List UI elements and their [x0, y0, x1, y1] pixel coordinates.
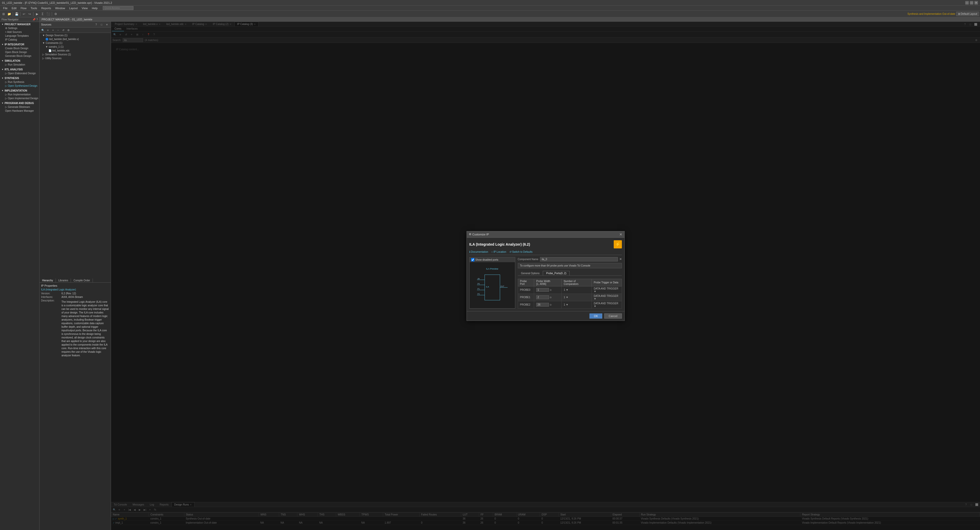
nav-section-header-debug[interactable]: ▼ PROGRAM AND DEBUG [0, 101, 39, 105]
pin-icon[interactable]: 📌 [32, 18, 35, 21]
nav-section-program-debug: ▼ PROGRAM AND DEBUG ▷ Generate Bitstream… [0, 101, 39, 113]
tree-constrs-1[interactable]: ▼ constrs_1 (1) [40, 45, 111, 49]
nav-item-run-implementation[interactable]: ▷ Run Implementation [0, 92, 39, 96]
nav-item-open-elaborated-design[interactable]: ▷ Open Elaborated Design [0, 72, 39, 75]
nav-section-header-simulation[interactable]: ▼ SIMULATION [0, 59, 39, 63]
add-source-button[interactable]: + [51, 28, 55, 32]
help-icon[interactable]: ? [36, 18, 38, 21]
nav-item-run-synthesis[interactable]: ▷ Run Synthesis [0, 80, 39, 84]
nav-item-settings[interactable]: ⚙ Settings [0, 26, 39, 30]
probe1-width-spin[interactable]: ⊙ [550, 296, 552, 299]
refresh-button[interactable]: ↺ [61, 28, 65, 32]
probe1-width-input[interactable] [536, 295, 549, 299]
col-probe-trigger: Probe Trigger or Data [592, 279, 622, 286]
show-disabled-ports-checkbox[interactable] [471, 258, 474, 261]
tb-redo[interactable]: ↪ [27, 11, 32, 17]
dialog-nav-switch-defaults[interactable]: ↺ Switch to Defaults [509, 250, 533, 253]
menu-flow[interactable]: Flow [19, 6, 29, 10]
filter-button[interactable]: ≡ [46, 28, 50, 32]
menu-view[interactable]: View [80, 6, 90, 10]
tree-xdc[interactable]: 📄 led_twinkle.xdc [40, 49, 111, 53]
nav-item-open-implemented-design[interactable]: ▷ Open Implemented Design [0, 96, 39, 100]
component-name-input[interactable] [540, 257, 618, 261]
maximize-button[interactable]: □ [970, 1, 974, 5]
menu-edit[interactable]: Edit [10, 6, 19, 10]
menu-help[interactable]: Help [90, 6, 100, 10]
nav-section-header-synthesis[interactable]: ▼ SYNTHESIS [0, 76, 39, 80]
dialog-nav-documentation[interactable]: ℹ Documentation [469, 250, 488, 253]
nav-item-open-block-design[interactable]: Open Block Design [0, 50, 39, 54]
ip-description-value: The Integrated Logic Analyzer (ILA) core… [62, 300, 109, 357]
settings-btn[interactable]: ⚙ [66, 28, 71, 32]
nav-section-header-project-manager[interactable]: ▼ PROJECT MANAGER [0, 22, 39, 26]
nav-item-language-templates[interactable]: Language Templates [0, 34, 39, 38]
section-label-sim: SIMULATION [5, 59, 20, 62]
menu-window[interactable]: Window [53, 6, 67, 10]
ip-interfaces-value: AXI4, AXI4-Stream [62, 296, 109, 298]
dialog-close-button[interactable]: ✕ [619, 232, 622, 236]
tree-constraints[interactable]: ▼ Constraints (1) [40, 41, 111, 45]
tb-compile[interactable]: Σ [40, 11, 45, 17]
nav-item-generate-bitstream[interactable]: ▷ Generate Bitstream [0, 105, 39, 109]
probe0-width-spin[interactable]: ⊙ [550, 289, 552, 291]
tab-compile-order[interactable]: Compile Order [71, 279, 93, 282]
nav-item-ip-catalog[interactable]: IP Catalog [0, 38, 39, 41]
tree-design-sources[interactable]: ▼ Design Sources (1) [40, 33, 111, 37]
col-num-comparators: Number of Comparators [562, 279, 592, 286]
tb-settings[interactable]: ⚙ [53, 11, 58, 17]
tb-run[interactable]: ▶ [35, 11, 40, 17]
probe2-width-input[interactable] [536, 303, 549, 307]
close-button[interactable]: ✕ [974, 1, 978, 5]
tb-save[interactable]: 💾 [14, 11, 19, 17]
nav-item-create-block-design[interactable]: Create Block Design [0, 46, 39, 50]
ok-button[interactable]: OK [589, 314, 602, 318]
nav-item-add-sources[interactable]: + Add Sources [0, 30, 39, 34]
nav-item-open-hardware-manager[interactable]: Open Hardware Manager [0, 109, 39, 113]
ip-version-value: 6.2 (Rev. 12) [62, 292, 109, 295]
quick-access-search[interactable] [103, 6, 134, 10]
window-controls: ─ □ ✕ [965, 1, 978, 5]
probe2-width-spin[interactable]: ⊙ [550, 304, 552, 306]
tb-open[interactable]: 📁 [6, 11, 12, 17]
menu-file[interactable]: File [1, 6, 10, 10]
tb-new[interactable]: ⊞ [1, 11, 6, 17]
flow-navigator-header: Flow Navigator 📌 ? [0, 18, 39, 22]
tab-libraries[interactable]: Libraries [56, 279, 71, 282]
tree-label: Simulation Sources (1) [45, 53, 71, 56]
menu-reports[interactable]: Reports [39, 6, 53, 10]
sources-close-button[interactable]: ✕ [105, 22, 109, 27]
nav-section-header-ip-integrator[interactable]: ▼ IP INTEGRATOR [0, 42, 39, 46]
tree-utility-sources[interactable]: ▷ Utility Sources [40, 56, 111, 60]
section-label-ip: IP INTEGRATOR [5, 43, 24, 46]
sources-settings-button[interactable]: □ [99, 22, 104, 27]
ip-props-title: IP Properties [41, 284, 109, 287]
nav-section-header-impl[interactable]: ▼ IMPLEMENTATION [0, 88, 39, 92]
tree-label: Utility Sources [45, 57, 62, 60]
nav-item-open-synthesized-design[interactable]: ▷ Open Synthesized Design [0, 84, 39, 88]
remove-source-button[interactable]: − [56, 28, 60, 32]
component-name-clear-button[interactable]: ✕ [619, 257, 622, 261]
nav-item-generate-block-design[interactable]: Generate Block Design [0, 54, 39, 58]
tree-led-twinkle-v[interactable]: 🔵 led_twinkle (led_twinkle.v) [40, 37, 111, 41]
config-tab-general[interactable]: General Options [518, 271, 543, 275]
probe0-width-input[interactable] [536, 288, 549, 292]
minimize-button[interactable]: ─ [965, 1, 969, 5]
tb-stop[interactable]: ⬛ [46, 11, 51, 17]
nav-section-header-rtl[interactable]: ▼ RTL ANALYSIS [0, 67, 39, 72]
config-tab-probe-ports[interactable]: Probe_Ports(0..2) [543, 271, 570, 275]
cancel-button[interactable]: Cancel [604, 314, 622, 318]
dialog-nav-ip-location[interactable]: ○ IP Location [491, 250, 506, 253]
menu-tools[interactable]: Tools [29, 6, 39, 10]
tab-hierarchy[interactable]: Hierarchy [40, 279, 56, 282]
show-disabled-ports: Show disabled ports [469, 257, 515, 262]
layout-selector[interactable]: ⊞ Default Layout [956, 12, 979, 16]
probe0-trigger: DATA AND TRIGGER ▼ [592, 286, 622, 294]
probe2-comp-arrow: ▼ [566, 303, 568, 306]
tree-label: Constraints (1) [46, 41, 62, 45]
sources-help-button[interactable]: ? [94, 22, 99, 27]
menu-layout[interactable]: Layout [67, 6, 80, 10]
nav-item-run-simulation[interactable]: ▷ Run Simulation [0, 63, 39, 67]
tree-simulation-sources[interactable]: ▷ Simulation Sources (1) [40, 53, 111, 56]
search-sources-button[interactable]: 🔍 [41, 28, 45, 32]
tb-undo[interactable]: ↩ [21, 11, 27, 17]
